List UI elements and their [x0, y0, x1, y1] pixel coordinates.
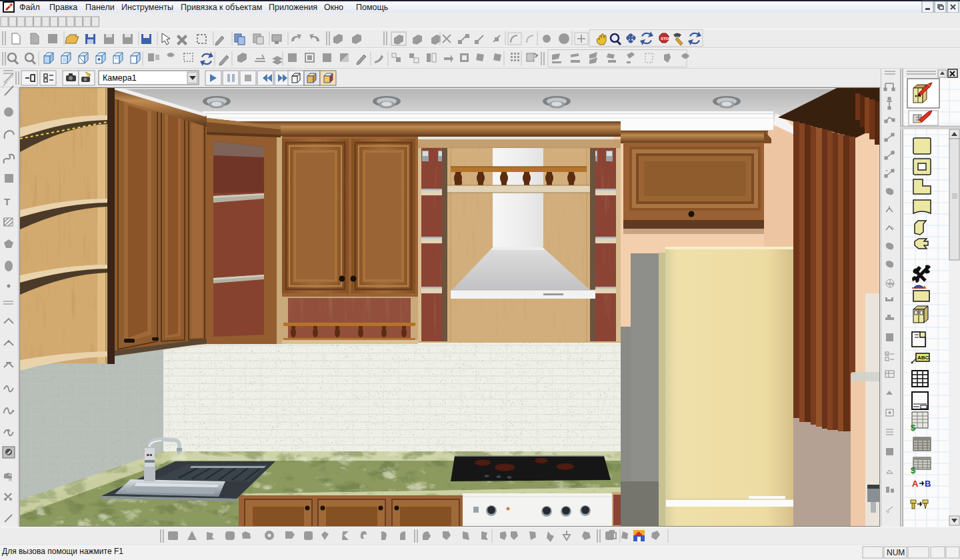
svg-text:STOP: STOP	[661, 37, 671, 41]
svg-text:Инструменты: Инструменты	[121, 3, 173, 12]
svg-text:T: T	[4, 196, 10, 207]
svg-text:$: $	[911, 423, 916, 433]
svg-text:Правка: Правка	[49, 3, 77, 12]
svg-text:WE: WE	[887, 282, 894, 286]
svg-text:$: $	[911, 465, 916, 475]
svg-text:ABC: ABC	[917, 355, 929, 361]
svg-text:NUM: NUM	[887, 548, 905, 557]
svg-text:Панели: Панели	[85, 3, 115, 12]
svg-text:Привязка к объектам: Привязка к объектам	[181, 3, 262, 12]
svg-text:Помощь: Помощь	[356, 3, 388, 12]
svg-text:A: A	[912, 479, 919, 489]
svg-text:Камера1: Камера1	[103, 73, 137, 83]
svg-text:Файл: Файл	[19, 3, 40, 12]
svg-text:Окно: Окно	[324, 3, 343, 12]
svg-text:B: B	[925, 479, 931, 489]
svg-text:Приложения: Приложения	[269, 3, 317, 12]
svg-text:Для вызова помощи нажмите F1: Для вызова помощи нажмите F1	[2, 547, 123, 556]
